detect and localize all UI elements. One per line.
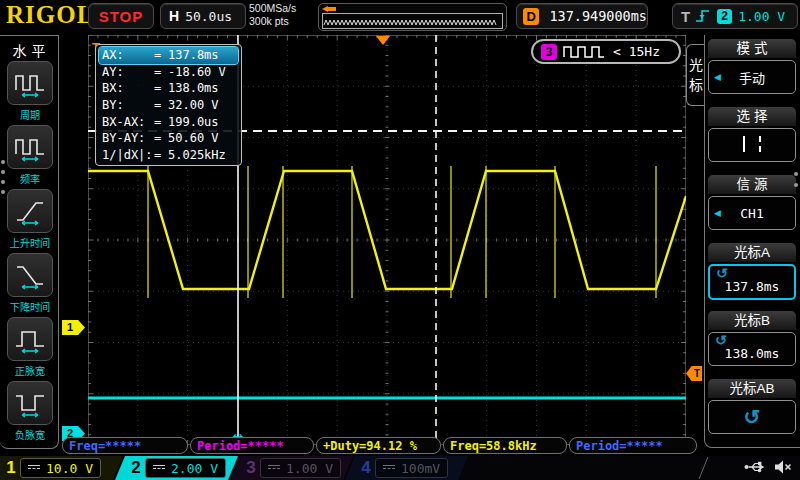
memory-depth: 300k pts (249, 15, 296, 28)
right-menu-item-value-box[interactable]: ↺ (708, 400, 796, 434)
measurement-slot-3[interactable]: +Duty=94.12 % (316, 437, 441, 454)
right-menu-item-label: 光标B (708, 311, 796, 330)
right-menu-tab[interactable]: 光标 (686, 44, 705, 106)
readout-name: 1/|dX|: (102, 148, 154, 162)
channel-scale-value: 10.0 V (46, 461, 93, 476)
cursor-readout-row: BY-AY: = 50.60 V (99, 130, 238, 147)
left-arrow-icon: ◀ (714, 72, 721, 82)
right-menu-item-value-box[interactable]: ◀CH1 (708, 196, 796, 230)
trigger-source-badge: 2 (717, 9, 732, 24)
right-menu-item-5[interactable]: 光标B ↺138.0ms (708, 311, 796, 366)
right-menu-item-label: 选择 (708, 107, 796, 126)
left-menu-item-3[interactable]: 上升时间 (6, 189, 54, 250)
channel-number: 2 (127, 458, 145, 478)
channel-number: 3 (242, 458, 260, 478)
right-menu-item-2[interactable]: 选择 (708, 107, 796, 162)
cursor-readout-row: AX: = 137.8ms (99, 47, 238, 64)
readout-value: 199.0us (168, 115, 219, 129)
trigger-level-value: 1.00 V (738, 9, 785, 24)
channel-4-status[interactable]: 4100mV (345, 456, 470, 480)
channel-scale-box: 2.00 V (145, 458, 226, 478)
top-status-bar: RIGOL STOP H 50.0us 500MSa/s 300k pts D … (0, 0, 800, 33)
ch1-position-marker[interactable]: 1 (62, 320, 85, 335)
waveform-preview-bar[interactable] (318, 3, 507, 31)
readout-value: -18.60 V (168, 65, 226, 79)
left-panel-title: 水平 (0, 40, 58, 60)
right-menu-item-label: 光标AB (708, 379, 796, 398)
left-menu-item-label: 下降时间 (8, 299, 52, 314)
readout-name: AX: (102, 48, 154, 62)
cursor-readout-row: BX-AX: = 199.0us (99, 113, 238, 130)
measurement-slot-5[interactable]: Period=***** (569, 437, 697, 454)
horizontal-offset-value: 137.949000ms (549, 8, 647, 24)
right-menu-item-1[interactable]: 模式 ◀手动 (708, 39, 796, 94)
oscilloscope-screen: RIGOL STOP H 50.0us 500MSa/s 300k pts D … (0, 0, 800, 480)
right-menu-item-value: 手动 (739, 68, 765, 87)
trigger-level-marker[interactable]: T (686, 366, 702, 381)
speaker-muted-icon (774, 459, 792, 475)
left-menu-item-label: 正脉宽 (8, 363, 52, 378)
timebase-box[interactable]: H 50.0us (160, 3, 246, 29)
readout-name: BY-AY: (102, 131, 154, 145)
left-menu-item-label: 周期 (8, 107, 52, 122)
preview-position-bar (328, 7, 336, 11)
channel-status-bar: 110.0 V22.00 V31.00 V4100mV (0, 456, 800, 480)
cursor-readout-row: BX: = 138.0ms (99, 80, 238, 97)
divider (699, 457, 709, 479)
horizontal-label: H (169, 8, 179, 24)
channel-1-status[interactable]: 110.0 V (0, 456, 125, 480)
left-menu-item-label: 频率 (8, 171, 52, 186)
readout-eq: = (154, 48, 168, 62)
left-menu-item-4[interactable]: 下降时间 (6, 253, 54, 314)
right-page-dots (794, 172, 798, 187)
right-menu-item-value-box[interactable]: ↺138.0ms (708, 332, 796, 366)
frequency-counter-box: 3 < 15Hz (531, 39, 681, 64)
channel-2-status[interactable]: 22.00 V (115, 456, 240, 480)
rigol-logo: RIGOL (6, 1, 94, 29)
channel-number: 1 (2, 458, 20, 478)
trigger-box[interactable]: T 2 1.00 V (672, 3, 798, 29)
right-menu-item-value: 137.8ms (725, 279, 780, 294)
left-menu-item-2[interactable]: 频率 (6, 125, 54, 186)
right-menu-item-3[interactable]: 信源 ◀CH1 (708, 175, 796, 230)
trigger-position-icon[interactable] (376, 36, 390, 45)
right-menu-item-6[interactable]: 光标AB ↺ (708, 379, 796, 434)
measurement-slot-1[interactable]: Freq=***** (62, 437, 188, 454)
readout-name: AY: (102, 65, 154, 79)
rotate-knob-icon: ↺ (715, 333, 727, 347)
left-menu-item-1[interactable]: 周期 (6, 61, 54, 122)
right-menu-item-label: 模式 (708, 39, 796, 58)
readout-eq: = (154, 65, 168, 79)
dc-coupling-icon (28, 465, 40, 472)
measurement-slot-4[interactable]: Freq=58.8kHz (443, 437, 567, 454)
cursor-type-icon (743, 136, 761, 155)
right-menu-item-4[interactable]: 光标A ↺137.8ms (708, 243, 796, 300)
channel-scale-box: 1.00 V (260, 458, 341, 478)
rise-time-icon (13, 196, 47, 226)
run-state-label: STOP (99, 8, 144, 25)
readout-value: 137.8ms (168, 48, 219, 62)
right-menu-item-value-box[interactable]: ↺137.8ms (708, 264, 796, 300)
counter-value: < 15Hz (613, 44, 660, 59)
counter-source-badge: 3 (541, 44, 557, 60)
cursor-readout-row: 1/|dX|: = 5.025kHz (99, 147, 238, 164)
right-menu-item-label: 光标A (708, 243, 796, 262)
readout-value: 50.60 V (168, 131, 219, 145)
left-menu-item-5[interactable]: 正脉宽 (6, 317, 54, 378)
right-menu-item-value-box[interactable]: ◀手动 (708, 60, 796, 94)
frequency-icon (13, 132, 47, 162)
delay-box[interactable]: D 137.949000ms (516, 3, 648, 29)
acquisition-info: 500MSa/s 300k pts (249, 2, 296, 28)
run-stop-indicator[interactable]: STOP (88, 3, 154, 29)
measurement-slot-2[interactable]: Period=***** (190, 437, 314, 454)
sample-rate: 500MSa/s (249, 2, 296, 15)
channel-scale-value: 2.00 V (171, 461, 218, 476)
trigger-slope-icon (695, 8, 711, 24)
right-menu-item-value-box[interactable] (708, 128, 796, 162)
channel-3-status[interactable]: 31.00 V (230, 456, 355, 480)
readout-eq: = (154, 148, 168, 162)
right-menu-panel: 模式 ◀手动 选择 信源 ◀CH1 光标A ↺137.8ms 光标B ↺138.… (704, 35, 800, 448)
left-menu-item-6[interactable]: 负脉宽 (6, 381, 54, 442)
rotate-knob-icon: ↺ (716, 266, 728, 280)
rotate-knob-icon: ↺ (744, 410, 761, 424)
